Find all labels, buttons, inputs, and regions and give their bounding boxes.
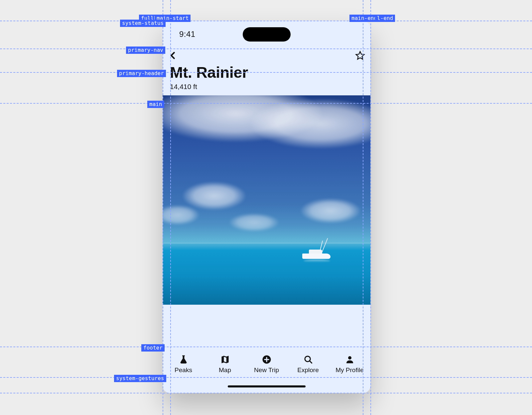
svg-point-4: [348, 356, 351, 360]
guide-label: l-end: [375, 15, 395, 22]
flask-icon: [179, 355, 189, 364]
tab-label: Peaks: [175, 366, 192, 374]
person-icon: [345, 355, 355, 364]
primary-nav: [163, 48, 370, 63]
tab-peaks[interactable]: Peaks: [163, 355, 204, 374]
back-button[interactable]: [168, 51, 178, 60]
boat-graphic: [299, 244, 335, 261]
device-frame: 9:41 Mt. Rainier 14,410 ft: [163, 21, 370, 393]
svg-line-3: [310, 361, 312, 363]
tab-explore[interactable]: Explore: [287, 355, 329, 374]
map-icon: [220, 355, 230, 364]
search-icon: [303, 355, 313, 364]
home-indicator: [228, 385, 306, 387]
guide-label: footer: [141, 344, 165, 352]
add-circle-icon: [262, 355, 272, 364]
dynamic-island: [243, 27, 291, 42]
tab-label: Map: [219, 366, 231, 374]
tab-label: New Trip: [254, 366, 279, 374]
svg-marker-0: [356, 52, 364, 59]
guide-label: main: [147, 101, 164, 108]
guide-label: primary-nav: [126, 47, 165, 54]
chevron-left-icon: [168, 51, 178, 60]
star-outline-icon: [355, 51, 365, 60]
tab-map[interactable]: Map: [204, 355, 246, 374]
favorite-button[interactable]: [355, 51, 365, 60]
status-bar: 9:41: [163, 21, 370, 48]
tab-new-trip[interactable]: New Trip: [246, 355, 287, 374]
tab-label: My Profile: [335, 366, 363, 374]
status-time: 9:41: [179, 30, 196, 39]
guide-label: system-status: [120, 20, 166, 27]
elevation-subtitle: 14,410 ft: [170, 83, 363, 91]
tab-my-profile[interactable]: My Profile: [329, 355, 370, 374]
guide-label: system-gestures: [114, 375, 166, 382]
guide-label: primary-header: [117, 70, 166, 77]
primary-header: Mt. Rainier 14,410 ft: [163, 63, 370, 95]
guide-label: fullb: [139, 15, 159, 22]
page-title: Mt. Rainier: [170, 63, 363, 81]
hero-image: [163, 95, 370, 305]
tab-label: Explore: [297, 366, 319, 374]
